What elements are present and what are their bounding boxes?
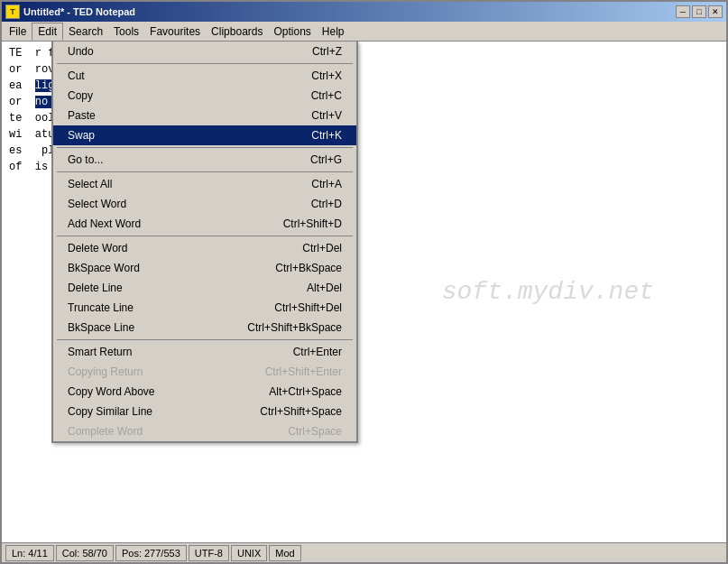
window-title: Untitled* - TED Notepad [23,6,135,17]
menu-deleteline[interactable]: Delete Line Alt+Del [53,278,356,298]
status-line: Ln: 4/11 [5,545,54,561]
menu-search[interactable]: Search [63,23,108,41]
separator-5 [57,339,353,340]
menu-file[interactable]: File [4,23,32,41]
menu-truncateline[interactable]: Truncate Line Ctrl+Shift+Del [53,298,356,318]
menu-copywordabove[interactable]: Copy Word Above Alt+Ctrl+Space [53,382,356,402]
menu-edit[interactable]: Edit [32,23,63,41]
minimize-button[interactable]: ─ [676,5,690,18]
menu-copysimilarline[interactable]: Copy Similar Line Ctrl+Shift+Space [53,402,356,421]
menu-copyingreturn: Copying Return Ctrl+Shift+Enter [53,362,356,382]
menu-tools[interactable]: Tools [108,23,144,41]
title-buttons: ─ □ ✕ [676,5,723,18]
menu-paste[interactable]: Paste Ctrl+V [53,106,356,125]
menu-bkspaceline[interactable]: BkSpace Line Ctrl+Shift+BkSpace [53,318,356,337]
statusbar: Ln: 4/11 Col: 58/70 Pos: 277/553 UTF-8 U… [2,542,726,562]
menubar: File Edit Search Tools Favourites Clipbo… [2,22,726,42]
status-line-ending: UNIX [231,545,267,561]
menu-completeword: Complete Word Ctrl+Space [53,421,356,441]
menu-bkspaceword[interactable]: BkSpace Word Ctrl+BkSpace [53,258,356,278]
close-button[interactable]: ✕ [708,5,723,18]
app-window: T Untitled* - TED Notepad ─ □ ✕ File Edi… [0,0,728,564]
menu-help[interactable]: Help [317,23,350,41]
menu-selectall[interactable]: Select All Ctrl+A [53,174,356,194]
menu-options[interactable]: Options [268,23,316,41]
menu-copy[interactable]: Copy Ctrl+C [53,86,356,106]
edit-dropdown: Undo Ctrl+Z Cut Ctrl+X Copy Ctrl+C Paste… [51,42,358,443]
menu-undo[interactable]: Undo Ctrl+Z [53,42,356,61]
maximize-button[interactable]: □ [692,5,706,18]
title-bar: T Untitled* - TED Notepad ─ □ ✕ [2,2,726,22]
title-bar-left: T Untitled* - TED Notepad [5,5,135,19]
menu-selectword[interactable]: Select Word Ctrl+D [53,194,356,214]
status-col: Col: 58/70 [56,545,114,561]
watermark: soft.mydiv.net [442,284,654,300]
menu-cut[interactable]: Cut Ctrl+X [53,66,356,86]
menu-swap[interactable]: Swap Ctrl+K [53,125,356,145]
status-modified: Mod [269,545,300,561]
status-encoding: UTF-8 [189,545,229,561]
separator-1 [57,63,353,64]
menu-goto[interactable]: Go to... Ctrl+G [53,150,356,170]
menu-smartreturn[interactable]: Smart Return Ctrl+Enter [53,342,356,362]
app-icon: T [5,5,20,19]
menu-addnextword[interactable]: Add Next Word Ctrl+Shift+D [53,214,356,234]
status-pos: Pos: 277/553 [115,545,187,561]
menu-favourites[interactable]: Favourites [144,23,206,41]
separator-2 [57,147,353,148]
menu-deleteword[interactable]: Delete Word Ctrl+Del [53,238,356,258]
separator-3 [57,171,353,172]
main-area: TE r for true plain-text. It looks like … [2,42,726,542]
menu-clipboards[interactable]: Clipboards [206,23,268,41]
separator-4 [57,236,353,236]
